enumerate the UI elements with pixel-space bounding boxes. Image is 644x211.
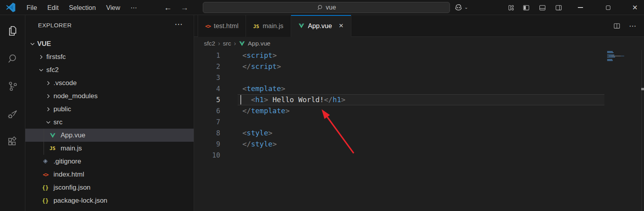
code-text: <style> [242, 127, 272, 139]
tab-app-vue[interactable]: App.vue✕ [291, 15, 351, 37]
line-number[interactable]: 4 [194, 83, 238, 94]
tree-item-label: node_modules [53, 92, 98, 100]
customize-layout-icon[interactable] [504, 0, 518, 15]
maximize-icon [606, 6, 610, 10]
breadcrumb-item-file[interactable]: App.vue [239, 40, 271, 47]
toggle-panel-icon[interactable] [535, 0, 549, 15]
tree-folder-vue[interactable]: VUE [25, 37, 194, 50]
activitybar-source-control[interactable] [0, 72, 25, 100]
code-line-6[interactable]: 6</template> [194, 105, 644, 116]
breadcrumb-item[interactable]: src [223, 40, 231, 47]
tree-folder-public[interactable]: public [25, 103, 194, 116]
line-number[interactable]: 5 [194, 94, 238, 105]
minimize-button[interactable] [572, 0, 589, 15]
code-line-10[interactable]: 10 [194, 150, 644, 161]
tree-file-package-lock-json[interactable]: {}package-lock.json [25, 194, 194, 207]
code-line-1[interactable]: 1<script> [194, 50, 644, 61]
line-number[interactable]: 2 [194, 61, 238, 72]
line-number[interactable]: 1 [194, 50, 238, 61]
line-number[interactable]: 10 [194, 150, 238, 161]
sidebar-more-actions-icon[interactable]: ⋯ [175, 19, 183, 29]
code-line-9[interactable]: 9</style> [194, 139, 644, 150]
breadcrumb-separator: › [218, 40, 220, 47]
explorer-sidebar: EXPLORER ⋯ VUEfirstsfcsfc2.vscodenode_mo… [25, 15, 194, 211]
maximize-button[interactable] [599, 0, 617, 15]
tree-file-index-html[interactable]: <>index.html [25, 168, 194, 181]
tree-file-app-vue[interactable]: App.vue [25, 129, 194, 142]
code-line-7[interactable]: 7 [194, 116, 644, 127]
line-number[interactable]: 3 [194, 72, 238, 83]
tree-folder-sfc2[interactable]: sfc2 [25, 63, 194, 76]
menu-more-icon[interactable]: ⋯ [125, 0, 142, 15]
line-number[interactable]: 6 [194, 105, 238, 116]
tree-item-label: jsconfig.json [53, 184, 91, 192]
tab-test-html[interactable]: <>test.html [198, 15, 246, 37]
menu-file[interactable]: File [21, 0, 42, 15]
nav-forward-icon[interactable]: → [179, 3, 190, 12]
menu-view[interactable]: View [101, 0, 125, 15]
tree-file--gitignore[interactable]: .gitignore [25, 155, 194, 168]
tab-main-js[interactable]: JSmain.js [246, 15, 291, 37]
breadcrumb-file-label: App.vue [248, 40, 271, 47]
tree-item-label: public [53, 105, 71, 113]
close-button[interactable]: ✕ [626, 0, 644, 15]
code-line-8[interactable]: 8<style> [194, 127, 644, 139]
activity-bar [0, 15, 25, 211]
split-editor-icon[interactable] [614, 23, 620, 29]
code-line-2[interactable]: 2</script> [194, 61, 644, 72]
tree-folder-firstsfc[interactable]: firstsfc [25, 50, 194, 63]
activitybar-explorer[interactable] [0, 17, 25, 45]
code-text: </script> [242, 61, 281, 72]
code-text: </template> [242, 105, 290, 116]
line-number[interactable]: 7 [194, 116, 238, 127]
run-debug-icon [7, 108, 19, 120]
breadcrumb-item[interactable]: sfc2 [204, 40, 215, 47]
line-number[interactable]: 9 [194, 139, 238, 150]
copilot-menu[interactable]: ⌄ [454, 0, 468, 15]
extensions-icon [7, 136, 19, 148]
line-number[interactable]: 8 [194, 127, 238, 139]
activitybar-run-debug[interactable] [0, 100, 25, 128]
tree-folder-node-modules[interactable]: node_modules [25, 89, 194, 103]
activitybar-extensions[interactable] [0, 128, 25, 156]
tab-label: App.vue [308, 22, 332, 30]
sidebar-header: EXPLORER ⋯ [25, 15, 194, 37]
tree-item-label: VUE [37, 40, 51, 48]
tab-label: test.html [214, 22, 238, 30]
code-text: <script> [242, 50, 277, 61]
tab-spacer [194, 15, 198, 36]
toggle-secondary-sidebar-icon[interactable] [551, 0, 566, 15]
nav-back-icon[interactable]: ← [162, 3, 173, 12]
command-search-box[interactable]: vue [203, 2, 450, 13]
tree-item-label: .vscode [53, 79, 77, 87]
activitybar-search[interactable] [0, 45, 25, 72]
tab-close-icon[interactable]: ✕ [339, 22, 344, 29]
code-editor[interactable]: 1<script>2</script>34<template>5 <h1> He… [194, 50, 644, 161]
files-icon [7, 25, 19, 37]
menu-selection[interactable]: Selection [64, 0, 101, 15]
vue-file-icon [49, 132, 56, 139]
menu-edit[interactable]: Edit [42, 0, 64, 15]
tree-file-main-js[interactable]: JSmain.js [25, 142, 194, 155]
json-file-icon: {} [42, 184, 49, 191]
code-line-5[interactable]: 5 <h1> Hello World!</h1> [194, 94, 644, 105]
tab-label: main.js [263, 22, 283, 30]
code-line-4[interactable]: 4<template> [194, 83, 644, 94]
tree-folder-src[interactable]: src [25, 116, 194, 129]
js-file-icon: JS [253, 22, 259, 30]
vscode-window: FileEditSelectionView⋯ ← → vue ⌄ [0, 0, 644, 211]
more-actions-icon[interactable]: ⋯ [629, 21, 637, 30]
code-line-3[interactable]: 3 [194, 72, 644, 83]
tree-folder--vscode[interactable]: .vscode [25, 76, 194, 89]
tree-item-label: firstsfc [46, 53, 66, 61]
chevron-down-icon [38, 67, 44, 73]
source-control-icon [7, 80, 19, 92]
toggle-primary-sidebar-icon[interactable] [519, 0, 533, 15]
code-text: </style> [242, 139, 277, 150]
tree-item-label: sfc2 [46, 66, 59, 74]
indent-guide [44, 129, 44, 155]
tree-item-label: .gitignore [53, 158, 81, 165]
tab-bar: <>test.htmlJSmain.jsApp.vue✕ [194, 15, 644, 37]
tree-item-label: index.html [53, 171, 84, 179]
tree-file-jsconfig-json[interactable]: {}jsconfig.json [25, 181, 194, 194]
